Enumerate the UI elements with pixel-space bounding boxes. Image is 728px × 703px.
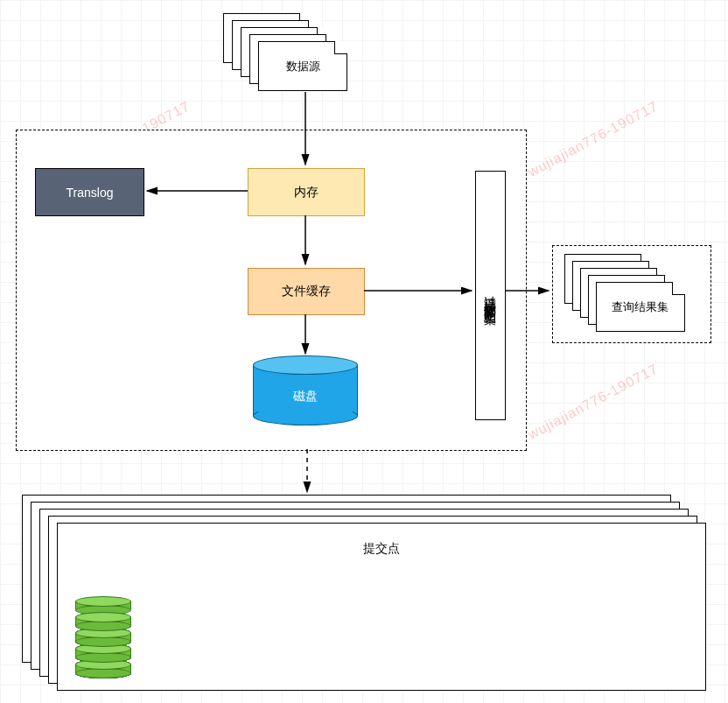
disk-cylinder: 磁盘 [253,355,358,425]
disk-label: 磁盘 [253,389,358,404]
commit-sheet-front: 提交点 [57,523,706,691]
memory-label: 内存 [294,185,318,200]
segment-chart [75,572,688,677]
translog-box: Translog [35,168,144,216]
data-source-label: 数据源 [286,59,320,74]
query-result-stack: 查询结果集 [564,254,704,337]
file-cache-label: 文件缓存 [282,284,331,299]
query-result-label: 查询结果集 [612,299,668,315]
file-cache-box: 文件缓存 [248,268,365,315]
commit-sheet-stack: 提交点 [22,495,713,692]
data-source-stack: 数据源 [223,13,363,96]
commit-point-label: 提交点 [58,541,705,557]
filter-box: 过滤已标记删除的文档集 [475,171,506,420]
filter-label: 过滤已标记删除的文档集 [483,286,499,306]
translog-label: Translog [66,186,114,200]
memory-box: 内存 [248,168,365,216]
